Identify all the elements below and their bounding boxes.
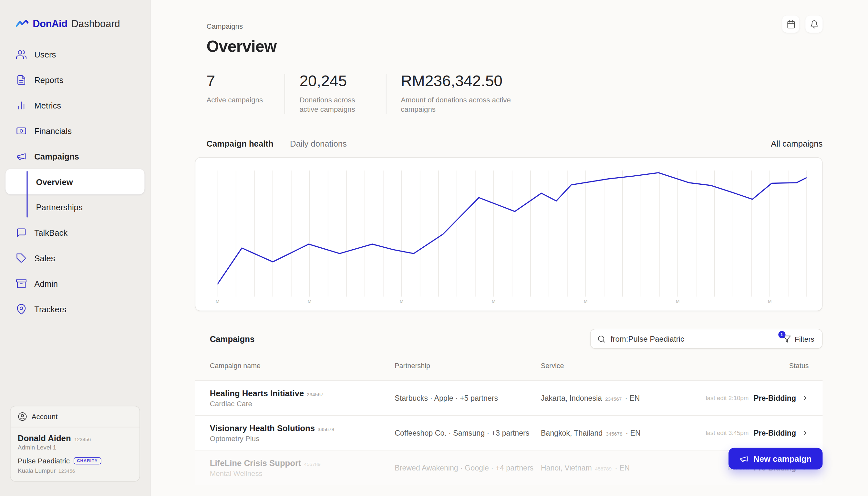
sidebar-item-talkback[interactable]: TalkBack [5, 220, 144, 245]
chart-tick-label: M [216, 299, 219, 304]
stat-active-campaigns: 7 Active campaigns [206, 73, 270, 114]
metrics-icon [16, 100, 27, 110]
all-campaigns-link[interactable]: All campaigns [771, 139, 822, 149]
stat-value: RM236,342.50 [401, 73, 517, 90]
account-location: Kuala Lumpur [18, 467, 56, 474]
sidebar-item-label: Campaigns [34, 152, 79, 161]
sidebar-item-users[interactable]: Users [5, 42, 144, 67]
tab-campaign-health[interactable]: Campaign health [206, 139, 273, 149]
service-location: Bangkok, Thailand [541, 429, 603, 437]
last-edit: last edit 2:10pm [706, 395, 748, 402]
service-location: Hanoi, Vietnam [541, 464, 592, 472]
sidebar-item-admin[interactable]: Admin [5, 270, 144, 296]
tab-daily-donations[interactable]: Daily donations [290, 139, 347, 149]
breadcrumb[interactable]: Campaigns [206, 0, 822, 30]
sidebar-item-label: Metrics [34, 100, 61, 110]
charity-badge: CHARITY [74, 457, 101, 465]
divider [284, 74, 285, 114]
account-name: Donald Aiden [18, 433, 71, 443]
sidebar-item-trackers[interactable]: Trackers [5, 296, 144, 322]
campaign-search-input[interactable] [611, 335, 782, 343]
sub-item-label: Overview [36, 177, 73, 186]
calendar-icon [786, 20, 795, 28]
sidebar-item-partnerships[interactable]: Partnerships [5, 195, 144, 220]
brand-suffix: Dashboard [71, 18, 120, 30]
chevron-right-icon [801, 429, 809, 437]
campaign-id: 234567 [307, 392, 324, 397]
table-row[interactable]: Healing Hearts Initiative 234567 Cardiac… [195, 381, 822, 415]
new-campaign-label: New campaign [753, 454, 811, 463]
chart-tabs: Campaign health Daily donations All camp… [206, 139, 822, 149]
sidebar-nav: Users Reports Metrics Financials Campaig… [5, 42, 144, 322]
sidebar-item-label: TalkBack [34, 228, 67, 237]
chart-tick-label: M [400, 299, 403, 304]
campaigns-section-header: Campaigns 1 Filters [195, 329, 822, 349]
campaigns-table: Healing Hearts Initiative 234567 Cardiac… [195, 381, 822, 485]
speech-bubble-icon [16, 227, 27, 238]
service-language: · EN [625, 394, 640, 402]
content-column: Campaigns Overview 7 Active campaigns 20… [195, 0, 822, 485]
person-circle-icon [18, 412, 27, 421]
sidebar-item-campaigns[interactable]: Campaigns [5, 143, 144, 169]
sidebar-item-sales[interactable]: Sales [5, 245, 144, 270]
sidebar-item-label: Financials [34, 126, 72, 135]
status-badge: Pre-Bidding [754, 429, 796, 437]
table-header: Campaign name Partnership Service Status [195, 361, 822, 371]
page-title: Overview [206, 38, 822, 56]
account-org: Pulse Paediatric [18, 456, 70, 465]
campaign-id: 345678 [318, 427, 335, 432]
chart-tick-label: M [308, 299, 311, 304]
chart-tick-label: M [492, 299, 495, 304]
stat-label: Amount of donations across active campai… [401, 96, 517, 114]
service-language: · EN [625, 429, 640, 437]
account-card: Account Donald Aiden 123456 Admin Level … [10, 406, 140, 482]
sidebar: DonAid Dashboard Users Reports Metrics F… [0, 0, 151, 496]
campaign-name: Visionary Health Solutions [210, 423, 315, 433]
column-campaign-name: Campaign name [210, 362, 395, 370]
service-id: 345678 [606, 431, 623, 437]
sidebar-item-overview[interactable]: Overview [5, 169, 144, 195]
divider [386, 74, 387, 114]
topbar-actions [782, 16, 822, 33]
calendar-button[interactable] [782, 16, 799, 33]
campaigns-heading: Campaigns [210, 334, 255, 344]
chart-tick-label: M [768, 299, 772, 304]
account-header: Account [11, 406, 140, 427]
sidebar-item-label: Admin [34, 279, 58, 288]
campaign-category: Mental Wellness [210, 469, 395, 478]
column-service: Service [541, 362, 789, 370]
last-edit: last edit 3:45pm [706, 430, 748, 437]
sidebar-item-metrics[interactable]: Metrics [5, 92, 144, 118]
stats-row: 7 Active campaigns 20,245 Donations acro… [206, 73, 822, 114]
campaigns-subnav: Overview Partnerships [5, 169, 144, 220]
filters-control[interactable]: 1 Filters [782, 335, 814, 343]
campaign-category: Optometry Plus [210, 434, 395, 443]
service-location: Jakarta, Indonesia [541, 394, 602, 402]
main-content: Campaigns Overview 7 Active campaigns 20… [151, 0, 868, 496]
sidebar-item-financials[interactable]: Financials [5, 118, 144, 143]
table-row[interactable]: Visionary Health Solutions 345678 Optome… [195, 415, 822, 450]
stat-value: 20,245 [299, 73, 371, 90]
partnership-cell: Starbucks · Apple · +5 partners [394, 394, 541, 402]
tag-icon [16, 253, 27, 264]
campaign-search[interactable]: 1 Filters [590, 329, 822, 349]
service-id: 456789 [595, 466, 612, 471]
sub-item-label: Partnerships [36, 202, 82, 212]
account-location-id: 123456 [59, 468, 75, 474]
account-body: Donald Aiden 123456 Admin Level 1 Pulse … [11, 427, 140, 481]
filters-label: Filters [795, 335, 815, 343]
campaign-name: Healing Hearts Initiative [210, 388, 304, 398]
notifications-button[interactable] [805, 16, 822, 33]
new-campaign-button[interactable]: New campaign [728, 448, 822, 469]
sidebar-item-reports[interactable]: Reports [5, 67, 144, 92]
sidebar-item-label: Trackers [34, 304, 66, 313]
chevron-right-icon [801, 394, 809, 402]
logo: DonAid Dashboard [5, 0, 144, 29]
campaign-health-chart: MMMMMMM [195, 157, 822, 311]
stat-value: 7 [206, 73, 270, 90]
stat-label: Donations across active campaigns [299, 96, 371, 114]
bell-icon [809, 20, 818, 28]
campaign-category: Cardiac Care [210, 400, 395, 408]
chart-x-axis-labels: MMMMMMM [218, 297, 807, 310]
account-role: Admin Level 1 [18, 444, 133, 451]
